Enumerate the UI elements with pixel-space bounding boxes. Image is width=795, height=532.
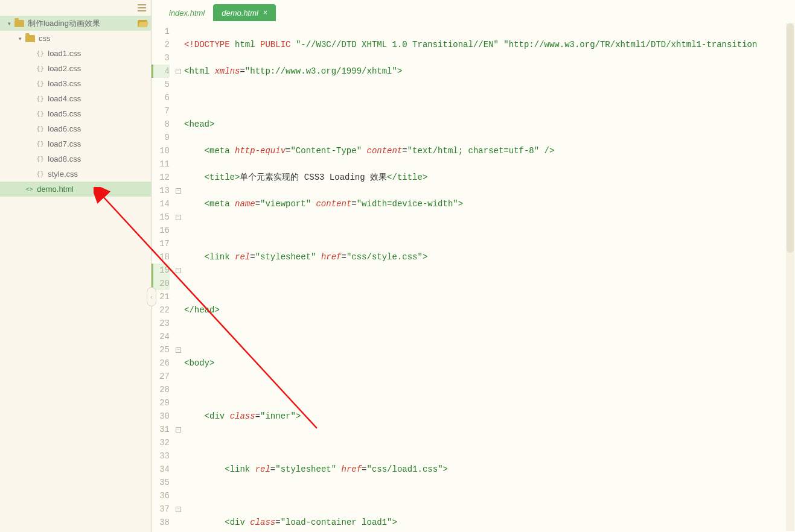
line-number: 13 — [152, 184, 170, 197]
line-number: 36 — [152, 489, 170, 502]
fold-marker-icon[interactable]: − — [176, 188, 181, 194]
vertical-scrollbar[interactable] — [786, 23, 794, 531]
tree-file-css[interactable]: {}load4.css — [0, 91, 151, 106]
tree-file-css[interactable]: {}style.css — [0, 166, 151, 182]
sidebar-collapse-handle[interactable]: ‹ — [147, 287, 156, 306]
line-number: 4 — [152, 65, 170, 78]
tree-file-css[interactable]: {}load1.css — [0, 46, 151, 61]
line-number: 15 — [152, 211, 170, 224]
tree-label: load3.css — [48, 79, 81, 88]
tree-file-css[interactable]: {}load5.css — [0, 106, 151, 121]
tab-label: index.html — [169, 8, 205, 17]
line-number: 14 — [152, 197, 170, 211]
line-number: 35 — [152, 476, 170, 489]
tree-label: load1.css — [48, 49, 81, 58]
folder-open-icon — [138, 20, 147, 27]
fold-marker-icon[interactable]: − — [176, 268, 181, 273]
css-file-icon: {} — [36, 155, 44, 163]
fold-marker-icon[interactable]: − — [176, 347, 181, 353]
css-file-icon: {} — [36, 110, 44, 118]
line-number: 24 — [152, 330, 170, 343]
line-number: 6 — [152, 91, 170, 104]
line-number: 28 — [152, 383, 170, 396]
line-number: 11 — [152, 157, 170, 171]
hamburger-menu-icon[interactable] — [138, 4, 146, 11]
line-number: 32 — [152, 436, 170, 449]
line-number: 38 — [152, 516, 170, 529]
line-number: 27 — [152, 370, 170, 383]
css-file-icon: {} — [36, 170, 44, 178]
tree-file-css[interactable]: {}load3.css — [0, 76, 151, 91]
tree-label: load5.css — [48, 109, 81, 118]
file-tree: 制作loading动画效果 css {}load1.css {}load2.cs… — [0, 16, 151, 532]
line-number: 34 — [152, 463, 170, 476]
sidebar-toolbar — [0, 0, 151, 16]
tree-label: load4.css — [48, 94, 81, 103]
line-number: 10 — [152, 144, 170, 157]
line-number: 18 — [152, 250, 170, 264]
tree-file-css[interactable]: {}load8.css — [0, 151, 151, 166]
line-number: 2 — [152, 38, 170, 51]
chevron-down-icon — [6, 21, 12, 27]
folder-icon — [14, 20, 24, 27]
editor-tabs: index.html demo.html × — [152, 0, 795, 21]
tree-root-folder[interactable]: 制作loading动画效果 — [0, 16, 151, 31]
html-file-icon: <> — [25, 185, 33, 193]
file-explorer-sidebar: 制作loading动画效果 css {}load1.css {}load2.cs… — [0, 0, 152, 532]
css-file-icon: {} — [36, 65, 44, 72]
css-file-icon: {} — [36, 125, 44, 133]
tree-file-css[interactable]: {}load6.css — [0, 121, 151, 136]
line-number: 33 — [152, 449, 170, 463]
fold-marker-icon[interactable]: − — [176, 507, 181, 512]
line-number: 29 — [152, 396, 170, 410]
css-file-icon: {} — [36, 140, 44, 148]
line-number: 25 — [152, 343, 170, 356]
line-number: 37 — [152, 502, 170, 516]
tree-label: load2.css — [48, 64, 81, 73]
css-file-icon: {} — [36, 80, 44, 87]
tree-file-css[interactable]: {}load2.css — [0, 61, 151, 76]
code-content[interactable]: <!DOCTYPE html PUBLIC "-//W3C//DTD XHTML… — [182, 21, 795, 532]
line-number: 3 — [152, 51, 170, 65]
tab-index-html[interactable]: index.html — [161, 4, 213, 21]
css-file-icon: {} — [36, 95, 44, 103]
tree-file-css[interactable]: {}load7.css — [0, 136, 151, 151]
tree-label: style.css — [48, 169, 78, 179]
tree-label: 制作loading动画效果 — [28, 18, 100, 29]
tree-label: load7.css — [48, 139, 81, 148]
line-number: 12 — [152, 171, 170, 184]
line-number-gutter: 1 2 3 4 5 6 7 8 9 10 11 12 13 14 15 16 1… — [152, 21, 174, 532]
line-number: 5 — [152, 78, 170, 91]
line-number: 17 — [152, 237, 170, 250]
folder-icon — [25, 35, 35, 42]
chevron-down-icon — [17, 36, 23, 42]
editor-area: index.html demo.html × 1 2 3 4 5 6 7 8 9… — [152, 0, 795, 532]
tree-file-demo-html[interactable]: <> demo.html — [0, 182, 151, 197]
app-root: 制作loading动画效果 css {}load1.css {}load2.cs… — [0, 0, 795, 532]
close-icon[interactable]: × — [263, 8, 267, 17]
code-editor[interactable]: 1 2 3 4 5 6 7 8 9 10 11 12 13 14 15 16 1… — [152, 21, 795, 532]
css-file-icon: {} — [36, 49, 44, 57]
scrollbar-thumb[interactable] — [787, 24, 794, 253]
line-number: 7 — [152, 104, 170, 118]
line-number: 8 — [152, 118, 170, 131]
tree-label: load8.css — [48, 154, 81, 163]
line-number: 9 — [152, 131, 170, 144]
fold-marker-icon[interactable]: − — [176, 69, 181, 74]
tab-label: demo.html — [222, 8, 258, 17]
fold-gutter: − − − − − − − — [174, 21, 182, 532]
line-number: 31 — [152, 423, 170, 436]
line-number: 30 — [152, 410, 170, 423]
line-number: 1 — [152, 25, 170, 38]
line-number: 19 — [152, 264, 170, 277]
tree-label: demo.html — [37, 185, 74, 194]
line-number: 23 — [152, 317, 170, 330]
fold-marker-icon[interactable]: − — [176, 427, 181, 432]
tree-label: css — [39, 34, 51, 43]
fold-marker-icon[interactable]: − — [176, 215, 181, 220]
tab-demo-html[interactable]: demo.html × — [213, 4, 276, 21]
tree-label: load6.css — [48, 124, 81, 133]
tree-folder-css[interactable]: css — [0, 31, 151, 46]
line-number: 26 — [152, 356, 170, 370]
line-number: 16 — [152, 224, 170, 237]
